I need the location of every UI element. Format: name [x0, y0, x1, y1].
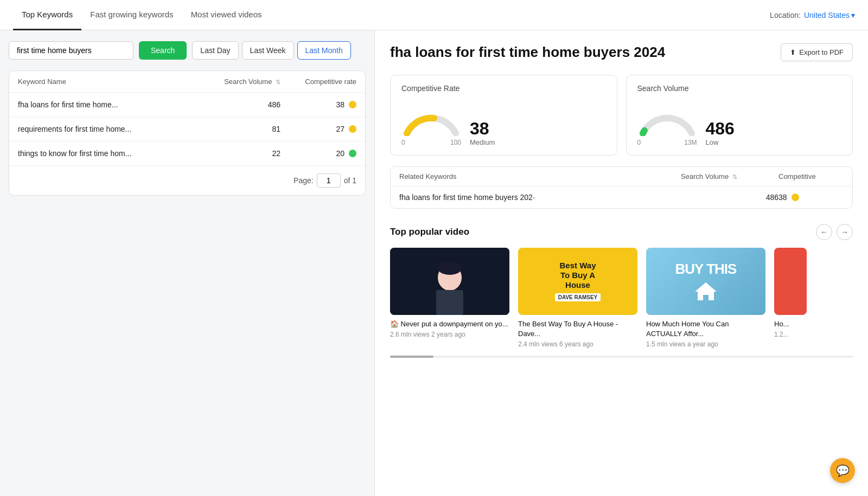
video-meta: 2.6 mln views 2 years ago: [390, 331, 509, 338]
related-header: Related Keywords Search Volume ⇅ Competi…: [391, 167, 852, 186]
location-selector[interactable]: United States ▾: [804, 11, 855, 20]
search-bar: Search Last Day Last Week Last Month: [9, 41, 366, 60]
competitive-cell: 38: [280, 100, 356, 109]
tab-top-keywords[interactable]: Top Keywords: [13, 0, 81, 30]
main-layout: Search Last Day Last Week Last Month Key…: [0, 30, 868, 496]
video-title: Ho...: [774, 319, 807, 329]
search-volume-gauge: 0 13M 486 Low: [637, 98, 842, 146]
dot-yellow-icon: [349, 101, 356, 108]
page-of: of 1: [344, 176, 356, 185]
competitive-rate-card: Competitive Rate 0 100: [390, 75, 617, 156]
video-meta: 2.4 mln views 6 years ago: [518, 340, 637, 348]
section-header: Top popular video ← →: [390, 224, 853, 240]
right-panel: fha loans for first time home buyers 202…: [374, 30, 868, 496]
related-volume-cell: 486: [681, 193, 778, 202]
scroll-indicator: [390, 356, 853, 358]
related-col-keyword: Related Keywords: [399, 172, 681, 181]
location-label: Location:: [770, 11, 801, 20]
page-label: Page:: [293, 176, 314, 185]
video-title: The Best Way To Buy A House - Dave...: [518, 319, 637, 339]
table-header: Keyword Name Search Volume ⇅ Competitive…: [9, 71, 365, 93]
col-competitive-header: Competitive rate: [280, 78, 356, 86]
scroll-thumb: [390, 356, 433, 358]
search-volume-card: Search Volume 0 13M 4: [626, 75, 853, 156]
keyword-cell: things to know for first time hom...: [18, 149, 194, 158]
competitive-rate-gauge: 0 100 38 Medium: [401, 98, 606, 146]
search-volume-value: 486: [706, 120, 735, 137]
sort-icon: ⇅: [276, 79, 280, 85]
competitive-rate-sublabel: Medium: [470, 138, 495, 146]
gauge-svg-wrap: 0 100: [401, 98, 461, 146]
video-thumbnail: BUY THIS: [646, 248, 765, 315]
keyword-cell: requirements for first time home...: [18, 125, 194, 133]
competitive-cell: 27: [280, 125, 356, 133]
keyword-cell: fha loans for first time home...: [18, 100, 194, 109]
next-arrow-button[interactable]: →: [837, 224, 853, 240]
export-button[interactable]: ⬆ Export to PDF: [781, 43, 853, 61]
search-volume-label: Search Volume: [637, 84, 842, 93]
dot-yellow-icon: [792, 194, 799, 201]
last-day-button[interactable]: Last Day: [192, 41, 238, 60]
left-panel: Search Last Day Last Week Last Month Key…: [0, 30, 374, 496]
pagination: Page: of 1: [9, 166, 365, 195]
chat-icon: 💬: [836, 464, 850, 477]
date-filters: Last Day Last Week Last Month: [192, 41, 350, 60]
related-col-competitive: Competitive: [778, 172, 844, 181]
related-keywords-table: Related Keywords Search Volume ⇅ Competi…: [390, 166, 853, 209]
video-title: How Much Home You Can ACTUALLY Affor...: [646, 319, 765, 339]
video-thumbnail: [390, 248, 509, 315]
last-month-button[interactable]: Last Month: [297, 41, 351, 60]
related-competitive-cell: 38: [778, 193, 844, 202]
video-card[interactable]: BUY THIS How Much Home You Can ACTUALLY …: [646, 248, 765, 348]
competitive-rate-value: 38: [470, 120, 495, 137]
tab-most-viewed[interactable]: Most viewed videos: [182, 0, 271, 30]
page-input[interactable]: [317, 173, 341, 188]
svg-marker-4: [695, 282, 717, 300]
video-thumbnail: [774, 248, 807, 315]
video-meta: 1.5 mln views a year ago: [646, 340, 765, 348]
video-card[interactable]: Best WayTo Buy AHouse DAVE RAMSEY The Be…: [518, 248, 637, 348]
related-keyword-cell: fha loans for first time home buyers 202…: [399, 193, 681, 202]
competitive-cell: 20: [280, 149, 356, 158]
col-volume-header[interactable]: Search Volume ⇅: [194, 78, 280, 86]
dot-green-icon: [349, 150, 356, 157]
section-title: Top popular video: [390, 227, 469, 237]
nav-arrows: ← →: [816, 224, 853, 240]
related-row[interactable]: fha loans for first time home buyers 202…: [391, 186, 852, 208]
keywords-table: Keyword Name Search Volume ⇅ Competitive…: [9, 70, 366, 196]
last-week-button[interactable]: Last Week: [242, 41, 294, 60]
chevron-down-icon: ▾: [851, 11, 855, 20]
video-thumbnail: Best WayTo Buy AHouse DAVE RAMSEY: [518, 248, 637, 315]
table-row[interactable]: things to know for first time hom... 22 …: [9, 141, 365, 166]
videos-row: 🏠 Never put a downpayment on yo... 2.6 m…: [390, 248, 853, 348]
table-row[interactable]: requirements for first time home... 81 2…: [9, 117, 365, 141]
dot-yellow-icon: [349, 125, 356, 133]
chat-bubble[interactable]: 💬: [830, 458, 855, 483]
export-icon: ⬆: [790, 48, 796, 56]
detail-header: fha loans for first time home buyers 202…: [390, 43, 853, 62]
table-row[interactable]: fha loans for first time home... 486 38: [9, 93, 365, 117]
video-card[interactable]: Ho... 1.2...: [774, 248, 807, 348]
prev-arrow-button[interactable]: ←: [816, 224, 832, 240]
top-popular-video-section: Top popular video ← →: [390, 224, 853, 358]
volume-cell: 486: [194, 100, 280, 109]
search-button[interactable]: Search: [139, 41, 187, 60]
volume-cell: 81: [194, 125, 280, 133]
competitive-rate-label: Competitive Rate: [401, 84, 606, 93]
search-volume-sublabel: Low: [706, 138, 735, 146]
nav-tabs: Top Keywords Fast growing keywords Most …: [13, 0, 271, 30]
metrics-row: Competitive Rate 0 100: [390, 75, 853, 156]
location-area: Location: United States ▾: [770, 11, 855, 20]
top-nav: Top Keywords Fast growing keywords Most …: [0, 0, 868, 30]
sort-icon: ⇅: [732, 173, 737, 180]
svg-rect-2: [436, 290, 463, 315]
related-col-volume[interactable]: Search Volume ⇅: [681, 172, 778, 181]
detail-title: fha loans for first time home buyers 202…: [390, 43, 665, 62]
svg-point-3: [438, 262, 462, 275]
video-card[interactable]: 🏠 Never put a downpayment on yo... 2.6 m…: [390, 248, 509, 348]
search-input[interactable]: [9, 41, 133, 60]
video-title: 🏠 Never put a downpayment on yo...: [390, 319, 509, 329]
tab-fast-growing[interactable]: Fast growing keywords: [81, 0, 182, 30]
col-keyword-header: Keyword Name: [18, 78, 194, 86]
video-meta: 1.2...: [774, 331, 807, 338]
